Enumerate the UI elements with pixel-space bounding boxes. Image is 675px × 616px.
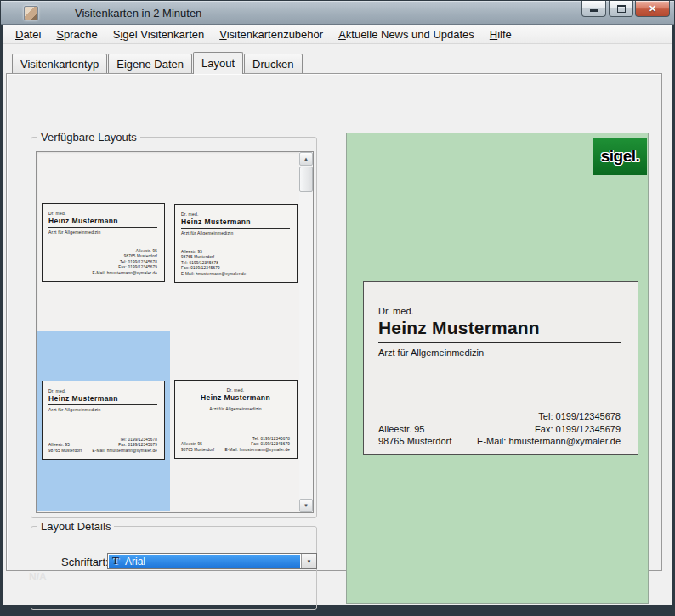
layout-thumbnail-2[interactable]: Dr. med. Heinz Mustermann Arzt für Allge… xyxy=(174,204,298,283)
app-icon xyxy=(24,6,38,20)
thumb-card-name: Heinz Mustermann xyxy=(181,393,290,404)
card-preview-panel: sigel. Dr. med. Heinz Mustermann Arzt fü… xyxy=(346,133,649,604)
thumb-email: E-Mail: hmustermann@xymaler.de xyxy=(92,271,157,276)
layout-thumbnail-4[interactable]: Dr. med. Heinz Mustermann Arzt für Allge… xyxy=(174,380,298,459)
thumb-card-name: Heinz Mustermann xyxy=(48,393,157,405)
layout-details-groupbox: Layout Details Schriftart: T Arial ▼ xyxy=(31,526,317,610)
thumb-address-block: Alleestr. 95 98765 Musterdorf xyxy=(181,442,214,453)
tab-layout[interactable]: Layout xyxy=(193,52,243,74)
scrollbar-thumb[interactable] xyxy=(299,167,313,192)
close-icon: ✕ xyxy=(649,3,656,14)
application-window: Visitenkarten in 2 Minuten ✕ Datei Sprac… xyxy=(0,0,675,616)
scrollbar-down-button[interactable]: ▼ xyxy=(299,499,313,512)
menu-item-hilfe[interactable]: Hilfe xyxy=(482,25,519,44)
thumb-header: Dr. med. Heinz Mustermann Arzt für Allge… xyxy=(181,212,290,235)
preview-contact-row: Alleestr. 95 98765 Musterdorf Tel: 0199/… xyxy=(378,410,621,448)
scrollbar-up-button[interactable]: ▲ xyxy=(299,152,313,166)
preview-card-name: Heinz Mustermann xyxy=(378,316,621,343)
close-button[interactable]: ✕ xyxy=(635,1,670,17)
available-layouts-title: Verfügbare Layouts xyxy=(37,131,140,144)
thumb-card-profession: Arzt für Allgemeinmedizin xyxy=(181,230,290,235)
window-title: Visitenkarten in 2 Minuten xyxy=(75,7,201,20)
layout-thumbnail-3-selected[interactable]: Dr. med. Heinz Mustermann Arzt für Allge… xyxy=(42,381,165,460)
thumb-header: Dr. med. Heinz Mustermann Arzt für Allge… xyxy=(181,387,290,411)
thumb-email: E-Mail: hmustermann@xymaler.de xyxy=(224,448,290,453)
preview-address2: 98765 Musterdorf xyxy=(378,435,451,448)
thumb-contact-row: Alleestr. 95 98765 Musterdorf Tel: 0199/… xyxy=(48,438,157,454)
chevron-down-icon: ▼ xyxy=(307,559,312,564)
maximize-button[interactable] xyxy=(609,1,633,17)
combobox-dropdown-button[interactable]: ▼ xyxy=(301,554,316,568)
thumb-email: E-Mail: hmustermann@xymaler.de xyxy=(92,449,157,454)
scroll-down-icon: ▼ xyxy=(303,503,309,508)
font-label: Schriftart: xyxy=(61,556,109,568)
menubar: Datei Sprache Sigel Visitenkarten Visite… xyxy=(3,25,672,44)
menu-item-datei[interactable]: Datei xyxy=(8,25,48,44)
window-content: Datei Sprache Sigel Visitenkarten Visite… xyxy=(3,25,672,605)
menu-item-sigel-visitenkarten[interactable]: Sigel Visitenkarten xyxy=(105,25,212,44)
preview-tel: Tel: 0199/12345678 xyxy=(477,410,621,423)
menu-item-sprache[interactable]: Sprache xyxy=(48,25,105,44)
sigel-logo-text: sigel. xyxy=(601,147,640,166)
layout-thumbnail-1[interactable]: Dr. med. Heinz Mustermann Arzt für Allge… xyxy=(42,203,165,282)
preview-card-profession: Arzt für Allgemeinmedizin xyxy=(378,348,621,358)
preview-fax: Fax: 0199/12345679 xyxy=(477,423,621,436)
maximize-icon xyxy=(617,5,626,13)
scroll-up-icon: ▲ xyxy=(303,156,309,161)
thumb-contact-block: Alleestr. 95 98765 Musterdorf Tel: 0199/… xyxy=(92,249,157,276)
business-card-preview: Dr. med. Heinz Mustermann Arzt für Allge… xyxy=(363,281,638,455)
tab-strip: Visitenkartentyp Eigene Daten Layout Dru… xyxy=(12,52,303,74)
preview-telfax-block: Tel: 0199/12345678 Fax: 0199/12345679 E-… xyxy=(477,410,621,448)
font-value: Arial xyxy=(125,556,145,568)
thumb-card-name: Heinz Mustermann xyxy=(48,216,157,228)
thumb-card-profession: Arzt für Allgemeinmedizin xyxy=(181,406,290,411)
thumb-card-profession: Arzt für Allgemeinmedizin xyxy=(48,407,157,412)
minimize-button[interactable] xyxy=(581,1,606,17)
thumb-header: Dr. med. Heinz Mustermann Arzt für Allge… xyxy=(48,211,157,235)
thumb-header: Dr. med. Heinz Mustermann Arzt für Allge… xyxy=(48,388,157,412)
thumb-telfax-block: Tel: 0199/12345678 Fax: 0199/12345679 E-… xyxy=(92,438,157,454)
thumb-card-name: Heinz Mustermann xyxy=(181,217,290,229)
preview-address1: Alleestr. 95 xyxy=(378,423,451,436)
combobox-selected-value: T Arial xyxy=(109,555,300,568)
thumb-address2: 98765 Musterdorf xyxy=(181,448,214,453)
thumb-card-profession: Arzt für Allgemeinmedizin xyxy=(48,229,157,235)
tab-eigene-daten[interactable]: Eigene Daten xyxy=(108,54,192,73)
tab-drucken[interactable]: Drucken xyxy=(244,54,302,73)
menu-item-aktuelle-news[interactable]: Aktuelle News und Updates xyxy=(331,25,482,44)
preview-card-title: Dr. med. xyxy=(378,306,621,316)
thumb-address-block: Alleestr. 95 98765 Musterdorf xyxy=(48,443,82,454)
thumb-email: E-Mail: hmustermann@xymaler.de xyxy=(181,272,247,277)
layout-details-title: Layout Details xyxy=(37,520,114,533)
layouts-listbox: Dr. med. Heinz Mustermann Arzt für Allge… xyxy=(36,151,314,513)
preview-email: E-Mail: hmustermann@xymaler.de xyxy=(477,435,621,448)
thumb-contact-block: Alleestr. 95 98765 Musterdorf Tel: 0199/… xyxy=(181,250,247,277)
sigel-logo: sigel. xyxy=(593,138,647,175)
window-titlebar: Visitenkarten in 2 Minuten xyxy=(1,1,674,25)
font-family-combobox[interactable]: T Arial ▼ xyxy=(107,553,317,569)
thumb-contact-row: Alleestr. 95 98765 Musterdorf Tel: 0199/… xyxy=(181,437,290,453)
preview-address-block: Alleestr. 95 98765 Musterdorf xyxy=(378,423,451,448)
thumb-telfax-block: Tel: 0199/12345678 Fax: 0199/12345679 E-… xyxy=(224,437,290,453)
minimize-icon xyxy=(590,9,598,12)
scrollbar-track[interactable]: ▲ ▼ xyxy=(299,152,313,512)
menu-item-visitenkartenzubehoer[interactable]: Visitenkartenzubehör xyxy=(212,25,331,44)
tab-visitenkartentyp[interactable]: Visitenkartentyp xyxy=(12,54,107,73)
truetype-icon: T xyxy=(112,555,119,568)
layout-tab-page: Verfügbare Layouts Dr. med. Heinz Muster… xyxy=(6,73,662,571)
thumb-address2: 98765 Musterdorf xyxy=(48,449,82,454)
preview-header: Dr. med. Heinz Mustermann Arzt für Allge… xyxy=(378,306,621,358)
